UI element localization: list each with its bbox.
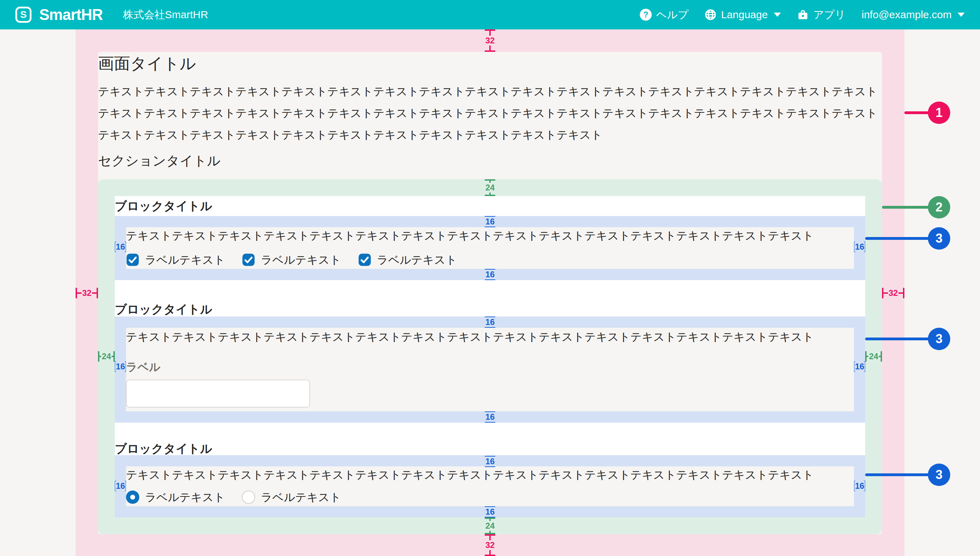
checkbox-label: ラベルテキスト [261,253,341,267]
spacing-marker-16: 16 [482,411,498,423]
radio-unselected-icon[interactable] [242,491,255,504]
section-padding-24-band: ブロックタイトル テキストテキストテキストテキストテキストテキストテキストテキス… [98,179,882,534]
spacing-value: 24 [485,521,496,531]
block-title: ブロックタイトル [115,440,865,455]
smarthr-wordmark: SmartHR [39,6,103,23]
help-label: ヘルプ [656,8,688,22]
spacing-value: 32 [82,288,92,298]
spacing-marker-16: 16 [854,360,865,373]
apps-menu[interactable]: アプリ [797,8,846,22]
spacing-value: 16 [485,412,496,422]
annotation-badge: 2 [928,196,950,218]
radio-label: ラベルテキスト [145,490,225,504]
spacing-marker-16: 16 [482,216,498,227]
spacing-marker-16: 16 [115,480,126,492]
spacing-value: 16 [115,481,126,491]
spacing-value: 24 [101,352,112,361]
radio-option[interactable]: ラベルテキスト [242,490,341,504]
section-card: ブロックタイトル テキストテキストテキストテキストテキストテキストテキストテキス… [115,196,865,517]
checkbox-checked-icon[interactable] [126,253,139,267]
smarthr-logo-icon: S [15,6,32,23]
caret-down-icon [957,13,965,17]
spacing-marker-16: 16 [482,317,498,328]
spacing-value: 32 [888,288,899,298]
spacing-value: 24 [868,352,879,361]
spacing-marker-24: 24 [482,517,498,534]
fieldset-text: テキストテキストテキストテキストテキストテキストテキストテキストテキストテキスト… [126,330,854,344]
help-icon: ? [640,9,652,21]
spacing-marker-32: 32 [882,287,904,299]
spacing-marker-16: 16 [482,269,498,280]
spacing-value: 16 [485,507,496,517]
radio-label: ラベルテキスト [261,490,341,504]
radio-option[interactable]: ラベルテキスト [126,490,225,504]
globe-icon [704,9,716,21]
annotation-badge: 3 [928,464,950,486]
block-title: ブロックタイトル [115,196,865,216]
block-title: ブロックタイトル [115,297,865,317]
checkbox-checked-icon[interactable] [358,253,371,267]
spacing-value: 32 [485,540,496,550]
language-label: Language [721,9,767,21]
spacing-marker-32: 32 [482,534,498,556]
input-label: ラベル [126,360,854,374]
checkbox-label: ラベルテキスト [145,253,225,267]
spacing-value: 16 [115,242,126,252]
page-title: 画面タイトル [98,52,882,75]
checkbox-option[interactable]: ラベルテキスト [242,253,341,267]
section-title: セクションタイトル [98,151,882,170]
annotation-badge: 1 [928,102,950,124]
radio-row: ラベルテキスト ラベルテキスト [126,490,854,505]
text-input[interactable] [126,380,310,407]
spacing-value: 24 [485,183,496,192]
spacing-marker-16: 16 [854,480,865,492]
fieldset: テキストテキストテキストテキストテキストテキストテキストテキストテキストテキスト… [126,328,854,411]
apps-label: アプリ [813,8,846,22]
spacing-marker-24: 24 [865,351,882,362]
spacing-marker-16: 16 [482,456,498,467]
smarthr-spacing-guide-page: S SmartHR 株式会社SmartHR ? ヘルプ Language [0,0,980,556]
form-margin-16-band: テキストテキストテキストテキストテキストテキストテキストテキストテキストテキスト… [115,317,865,423]
fieldset-text: テキストテキストテキストテキストテキストテキストテキストテキストテキストテキスト… [126,468,854,482]
header-nav: ? ヘルプ Language アプリ [640,8,965,22]
checkbox-option[interactable]: ラベルテキスト [126,253,225,267]
brand-area[interactable]: S SmartHR 株式会社SmartHR [15,6,208,23]
account-email: info@example.com [862,9,952,21]
checkbox-option[interactable]: ラベルテキスト [358,253,457,267]
spacing-marker-32: 32 [76,287,98,299]
spacing-value: 32 [485,36,496,45]
spacing-value: 16 [854,242,865,252]
spacing-marker-16: 16 [115,241,126,253]
account-dropdown[interactable]: info@example.com [862,9,965,21]
spacing-value: 16 [485,217,496,226]
checkbox-label: ラベルテキスト [377,253,457,267]
help-link[interactable]: ? ヘルプ [640,8,688,22]
spacing-marker-16: 16 [115,360,126,373]
annotation-badge: 3 [928,227,950,250]
spacing-marker-16: 16 [854,241,865,253]
fieldset: テキストテキストテキストテキストテキストテキストテキストテキストテキストテキスト… [126,227,854,269]
language-dropdown[interactable]: Language [704,9,780,21]
spacing-value: 16 [485,457,496,466]
fieldset: テキストテキストテキストテキストテキストテキストテキストテキストテキストテキスト… [126,466,854,506]
spacing-value: 16 [115,362,126,372]
spacing-value: 16 [854,481,865,491]
annotation-badge: 3 [928,328,950,350]
checkbox-row: ラベルテキスト ラベルテキスト ラベルテキスト [126,252,854,267]
lead-text: テキストテキストテキストテキストテキストテキストテキストテキストテキストテキスト… [98,81,882,145]
spacing-value: 16 [854,362,865,372]
radio-selected-icon[interactable] [126,491,139,504]
spacing-value: 16 [485,317,496,327]
checkbox-checked-icon[interactable] [242,253,255,267]
fieldset-text: テキストテキストテキストテキストテキストテキストテキストテキストテキストテキスト… [126,229,854,242]
spacing-marker-24: 24 [482,179,498,196]
apps-icon [797,9,809,21]
tenant-name: 株式会社SmartHR [123,8,208,22]
caret-down-icon [774,13,781,17]
spacing-marker-32: 32 [482,29,498,52]
spacing-value: 16 [485,270,496,280]
app-header: S SmartHR 株式会社SmartHR ? ヘルプ Language [0,0,980,29]
spacing-marker-24: 24 [98,351,115,362]
spacing-marker-16: 16 [482,506,498,517]
